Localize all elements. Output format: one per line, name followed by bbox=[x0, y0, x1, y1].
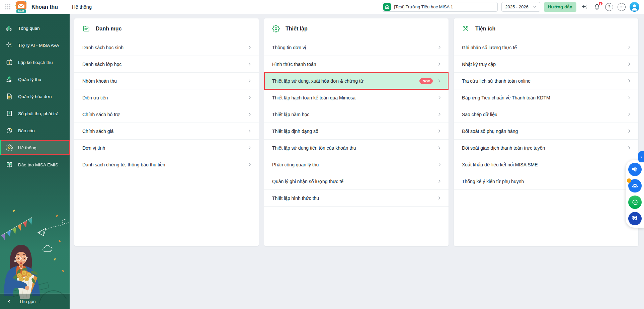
topbar-nav-he-thong[interactable]: Hệ thống bbox=[72, 4, 92, 10]
list-item[interactable]: Quản lý ghi nhận số lượng thực tế bbox=[264, 173, 449, 190]
sidebar-item-bao-cao[interactable]: Báo cáo bbox=[0, 123, 70, 138]
sidebar-item-label: Đào tạo MISA EMIS bbox=[18, 162, 58, 167]
gear-icon bbox=[272, 25, 280, 32]
list-item[interactable]: Đáp ứng Tiêu chuẩn về Thanh toán KDTM bbox=[454, 89, 638, 106]
list-item[interactable]: Thiết lập định dạng số bbox=[264, 123, 449, 140]
more-icon: ⋯ bbox=[618, 3, 626, 11]
chevron-right-icon bbox=[627, 62, 632, 67]
list-item[interactable]: Đối soát giao dịch thanh toán trực tuyến bbox=[454, 140, 638, 156]
open-book-icon bbox=[6, 161, 13, 168]
list-item[interactable]: Nhóm khoản thu bbox=[74, 73, 259, 89]
help-button[interactable]: ? bbox=[605, 3, 614, 11]
list-item[interactable]: Chính sách giá bbox=[74, 123, 259, 140]
sidebar-item-label: Tổng quan bbox=[18, 26, 40, 31]
list-item[interactable]: Nhật ký truy cập bbox=[454, 56, 638, 73]
collapse-label: Thu gọn bbox=[19, 299, 36, 304]
chat-support-button[interactable] bbox=[628, 196, 642, 209]
list-item[interactable]: Hình thức thanh toán bbox=[264, 56, 449, 73]
list-item[interactable]: Diện ưu tiên bbox=[74, 89, 259, 106]
school-year-select[interactable]: 2025 - 2026 bbox=[501, 2, 540, 12]
sidebar-item-label: Lập kế hoạch thu bbox=[18, 60, 53, 65]
sidebar-item-lap-ke-hoach-thu[interactable]: $ Lập kế hoạch thu bbox=[0, 55, 70, 70]
card-thiet-lap: Thiết lập Thông tin đơn vị Hình thức tha… bbox=[264, 18, 449, 246]
announcement-button[interactable] bbox=[628, 163, 642, 176]
list-item[interactable]: Ghi nhận số lượng thực tế bbox=[454, 39, 638, 56]
list-item-label: Đối soát sổ phụ ngân hàng bbox=[462, 129, 627, 134]
list-item[interactable]: Thông tin đơn vị bbox=[264, 39, 449, 56]
list-item-label: Danh sách chứng từ, thông báo thu tiền bbox=[82, 162, 247, 167]
card-title: Danh mục bbox=[96, 26, 122, 32]
card-header: Tiện ích bbox=[454, 18, 638, 39]
notifications-button[interactable]: 3 bbox=[592, 3, 601, 11]
sidebar-item-label: Sổ phải thu, phải trả bbox=[18, 111, 59, 116]
sidebar-item-he-thong[interactable]: Hệ thống bbox=[0, 140, 70, 155]
assistant-bot-button[interactable] bbox=[628, 212, 642, 225]
gift-logo-icon: 20-11 bbox=[14, 0, 28, 14]
sidebar-item-quan-ly-hoa-don[interactable]: Quản lý hóa đơn bbox=[0, 89, 70, 104]
list-item[interactable]: Tra cứu lịch sử thanh toán online bbox=[454, 73, 638, 89]
list-item[interactable]: Thống kê ý kiến từ phụ huynh bbox=[454, 173, 638, 190]
notification-dot bbox=[627, 178, 631, 183]
list-item[interactable]: Đơn vị tính bbox=[74, 140, 259, 156]
chevron-right-icon bbox=[437, 112, 442, 117]
invoice-icon bbox=[6, 93, 13, 100]
sidebar-item-quan-ly-thu[interactable]: $ Quản lý thu bbox=[0, 72, 70, 87]
list-item-highlighted[interactable]: Thiết lập sử dụng, xuất hóa đơn & chứng … bbox=[264, 73, 449, 89]
sidebar-item-so-phai-thu-phai-tra[interactable]: $ Sổ phải thu, phải trả bbox=[0, 106, 70, 121]
card-header: Thiết lập bbox=[264, 18, 449, 39]
chevron-right-icon bbox=[437, 78, 442, 83]
list-item[interactable]: Phân công quản lý thu bbox=[264, 156, 449, 173]
list-item-label: Tra cứu lịch sử thanh toán online bbox=[462, 78, 627, 84]
list-item[interactable]: Danh sách lớp học bbox=[74, 56, 259, 73]
chevron-right-icon bbox=[247, 162, 252, 167]
app-logo: 20-11 bbox=[14, 0, 28, 14]
user-avatar[interactable] bbox=[630, 2, 639, 12]
list-item-label: Thông tin đơn vị bbox=[272, 45, 437, 50]
support-widget-panel bbox=[626, 160, 644, 228]
teacher-illustration bbox=[0, 195, 70, 309]
list-item[interactable]: Đối soát sổ phụ ngân hàng bbox=[454, 123, 638, 140]
list-item-label: Nhóm khoản thu bbox=[82, 78, 247, 84]
list-item[interactable]: Thiết lập sử dụng tiền tồn của khoản thu bbox=[264, 140, 449, 156]
logo-badge: 20-11 bbox=[18, 10, 24, 13]
chevron-right-icon bbox=[247, 78, 252, 83]
chevron-right-icon bbox=[247, 129, 252, 134]
list-item[interactable]: Sao chép dữ liệu bbox=[454, 106, 638, 123]
notification-badge: 3 bbox=[598, 1, 603, 6]
card-tien-ich: Tiện ích Ghi nhận số lượng thực tế Nhật … bbox=[454, 18, 638, 246]
list-item-label: Thiết lập hình thức thu bbox=[272, 196, 437, 201]
school-selector[interactable]: [Test] Trường Tiểu học MISA 1 bbox=[382, 2, 498, 12]
list-item[interactable]: Thiết lập hình thức thu bbox=[264, 190, 449, 207]
apps-grid-icon[interactable] bbox=[3, 3, 12, 11]
sidebar-item-dao-tao-misa-emis[interactable]: Đào tạo MISA EMIS bbox=[0, 157, 70, 172]
folder-icon bbox=[82, 25, 90, 32]
school-year-value: 2025 - 2026 bbox=[505, 4, 528, 9]
list-item[interactable]: Xuất khẩu dữ liệu kết nối MISA SME bbox=[454, 156, 638, 173]
list-item[interactable]: Danh sách chứng từ, thông báo thu tiền bbox=[74, 156, 259, 173]
sidebar-item-tong-quan[interactable]: Tổng quan bbox=[0, 21, 70, 35]
chevron-right-icon bbox=[247, 45, 252, 50]
system-page: Danh mục Danh sách học sinh Danh sách lớ… bbox=[70, 14, 644, 309]
collapse-sidebar-button[interactable]: Thu gọn bbox=[0, 294, 70, 309]
guide-button[interactable]: Hướng dẫn bbox=[544, 2, 576, 12]
list-item[interactable]: Danh sách học sinh bbox=[74, 39, 259, 56]
list-item[interactable]: Thiết lập hạch toán kế toán qua Mimosa bbox=[264, 89, 449, 106]
chevron-right-icon bbox=[627, 95, 632, 100]
svg-text:$: $ bbox=[9, 77, 10, 80]
chat-widget-tab[interactable]: › bbox=[638, 151, 644, 162]
ai-sparkles-button[interactable] bbox=[580, 3, 589, 11]
sidebar-item-tro-ly-ai[interactable]: Trợ lý AI - MISA AVA bbox=[0, 38, 70, 53]
more-button[interactable]: ⋯ bbox=[617, 3, 626, 11]
new-badge: New bbox=[419, 78, 433, 84]
hand-coin-icon: $ bbox=[6, 76, 13, 83]
svg-text:$: $ bbox=[9, 61, 10, 64]
sidebar-item-label: Quản lý hóa đơn bbox=[18, 94, 52, 99]
community-button[interactable] bbox=[628, 179, 642, 192]
megaphone-icon bbox=[631, 166, 638, 173]
list-item[interactable]: Thiết lập năm học bbox=[264, 106, 449, 123]
list-item[interactable]: Chính sách hỗ trợ bbox=[74, 106, 259, 123]
list-item-label: Xuất khẩu dữ liệu kết nối MISA SME bbox=[462, 162, 627, 167]
card-danh-muc: Danh mục Danh sách học sinh Danh sách lớ… bbox=[74, 18, 259, 246]
chevron-right-icon bbox=[437, 129, 442, 134]
list-item-label: Danh sách học sinh bbox=[82, 45, 247, 50]
